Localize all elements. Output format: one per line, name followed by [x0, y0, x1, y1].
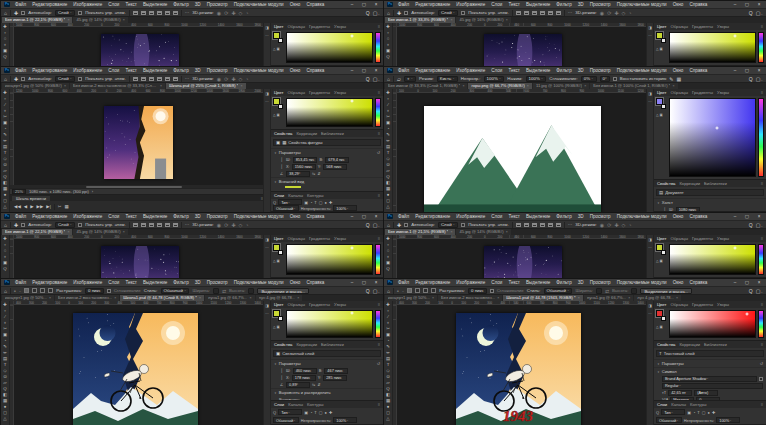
hue-slider[interactable] [375, 98, 381, 127]
move-tool-icon[interactable]: ✚ [14, 76, 18, 82]
ruler-tick-label[interactable]: 400 [451, 23, 456, 26]
reset-icon[interactable]: ↺ [377, 150, 380, 155]
align-icon[interactable] [524, 11, 529, 15]
ruler-tick-label[interactable]: 700 [157, 301, 162, 304]
mode3d-icon[interactable]: ◉ [217, 76, 221, 82]
color-panel-tab[interactable]: Цвет [274, 24, 283, 29]
menu-Выделение[interactable]: Выделение [525, 68, 551, 73]
reset-icon[interactable]: ↺ [377, 361, 380, 366]
workspace-switcher-icon[interactable]: ▢⌄ [756, 10, 763, 16]
color-panel-tab[interactable]: Узоры [717, 236, 729, 241]
background-color-swatch[interactable] [661, 250, 666, 255]
comments-icon[interactable]: … [648, 33, 652, 37]
menu-Файл[interactable]: Файл [397, 280, 410, 285]
color-panel[interactable]: ЦветОбразцыГрадиентыУзоры≡△▣ [271, 23, 383, 66]
ruler-tick-label[interactable]: 900 [579, 89, 584, 92]
feather-label[interactable]: Растушевка: [56, 288, 82, 293]
height-label[interactable]: Высота: [612, 288, 628, 293]
layer-type-label[interactable]: Свойства фигуры [288, 140, 322, 145]
chevron-down-icon[interactable]: ⌄ [679, 383, 682, 388]
close-button[interactable]: × [372, 280, 380, 285]
ruler-tick-label[interactable]: 600 [148, 235, 153, 238]
home-icon[interactable]: ⌂ [387, 222, 390, 228]
comments-icon[interactable]: … [648, 99, 652, 103]
saturation-brightness-field[interactable] [286, 310, 373, 338]
ruler-tick-label[interactable]: 400 [514, 23, 519, 26]
menu-Окно[interactable]: Окно [289, 214, 302, 219]
feather-field[interactable]: 0 пикс [468, 288, 487, 294]
layer-filter-kind-icon[interactable]: ▢ [319, 410, 323, 415]
ruler-tick-label[interactable]: 700 [540, 301, 545, 304]
width-label[interactable]: Ширина: [575, 288, 592, 293]
mode3d-icon[interactable]: ✚ [231, 222, 235, 228]
ruler-tick-label[interactable]: 1800 [637, 235, 643, 238]
menu-Фильтр[interactable]: Фильтр [172, 68, 189, 73]
layer-filter-kind-icon[interactable]: ▢ [702, 410, 706, 415]
ruler-tick-label[interactable]: 1000 [579, 301, 585, 304]
more-options-icon[interactable]: ··· [185, 222, 189, 227]
chevron-down-icon[interactable]: ⌄ [499, 76, 502, 81]
mode3d-label[interactable]: 3D-режим: [575, 222, 597, 227]
chevron-down-icon[interactable]: ⌄ [70, 10, 73, 15]
value-field[interactable]: 467 пикс [324, 368, 348, 374]
menu-Текст[interactable]: Текст [124, 280, 138, 285]
collapse-panels-icon[interactable]: ◨ [265, 25, 269, 30]
menu-Справка[interactable]: Справка [688, 2, 708, 7]
layer-type-icon[interactable]: ▣ [276, 351, 280, 356]
add-selection-button[interactable] [415, 288, 420, 293]
align-icon[interactable] [540, 223, 545, 227]
autoselect-label[interactable]: Автовыбор: [411, 10, 435, 15]
menu-Просмотр[interactable]: Просмотр [206, 214, 229, 219]
color-panel[interactable]: ЦветОбразцыГрадиентыУзоры≡△▣ [271, 235, 383, 278]
swap-dimensions-icon[interactable]: ⇄ [222, 288, 226, 294]
menu-Изображение[interactable]: Изображение [72, 2, 103, 7]
align-icon[interactable] [532, 11, 537, 15]
menu-Выделение[interactable]: Выделение [142, 280, 168, 285]
panel-menu-icon[interactable]: ≡ [761, 236, 763, 241]
properties-panel[interactable]: СвойстваКоррекцииБиблиотеки≡▣▦Свойства ф… [271, 130, 383, 192]
timeline-tool-icon[interactable]: ✂ [58, 204, 62, 209]
ruler-tick-label[interactable]: 1300 [623, 301, 629, 304]
menu-Изображение[interactable]: Изображение [455, 280, 486, 285]
ruler-tick-label[interactable]: 1400 [254, 301, 260, 304]
reset-icon[interactable]: ↺ [760, 361, 763, 366]
collapse-panels-icon[interactable]: ◨ [648, 237, 652, 242]
ruler-tick-label[interactable]: 0 [101, 23, 103, 26]
menu-bar[interactable]: PsФайлРедактированиеИзображениеСлоиТекст… [384, 279, 766, 286]
restore-button[interactable]: ▢ [360, 214, 368, 219]
layer-type-icon[interactable]: ▣ [276, 140, 280, 145]
search-icon[interactable]: Q [366, 10, 370, 16]
gamut-warning-icon[interactable]: △ [273, 47, 276, 51]
link-icon[interactable]: ⎮ [279, 157, 284, 162]
ruler-tick-label[interactable]: 1600 [619, 235, 625, 238]
home-icon[interactable]: ⌂ [387, 76, 390, 82]
search-icon[interactable]: Q [749, 222, 753, 228]
panel-collapse-strip[interactable]: ◨… [646, 301, 653, 425]
height-field[interactable] [248, 288, 254, 294]
layers-panel-tabs[interactable]: СлоиКаналыКонтуры≡ [654, 401, 766, 408]
ruler-tick-label[interactable]: 1000 [399, 23, 405, 26]
intersect-selection-button[interactable] [48, 288, 53, 293]
menu-Фильтр[interactable]: Фильтр [555, 68, 572, 73]
workspace-switcher-icon[interactable]: ▢⌄ [756, 288, 763, 294]
playback-control-icon[interactable]: ▶▶ [37, 204, 44, 209]
saturation-brightness-field[interactable] [286, 244, 373, 275]
web-safe-icon[interactable]: ▣ [660, 259, 663, 263]
section-caret-icon[interactable]: ▼ [657, 201, 660, 205]
properties-panel-tabs[interactable]: СвойстваКоррекцииБиблиотеки≡ [271, 130, 383, 137]
height-label[interactable]: Высота: [229, 288, 245, 293]
photoshop-window-bl-top[interactable]: PsФайлРедактированиеИзображениеСлоиТекст… [0, 212, 383, 278]
search-icon[interactable]: Q [366, 76, 370, 82]
color-panel-tab[interactable]: Градиенты [309, 90, 330, 95]
color-panel[interactable]: ЦветОбразцыГрадиентыУзоры≡△▣ [271, 301, 383, 341]
color-panel[interactable]: ЦветОбразцыГрадиентыУзоры≡△▣ [654, 235, 766, 278]
mode3d-icon[interactable]: ⟳ [224, 222, 228, 228]
ruler-tick-label[interactable]: 800 [34, 23, 39, 26]
ruler-tick-label[interactable]: 100 [55, 301, 60, 304]
move-tool-icon[interactable]: ✚ [397, 10, 401, 16]
menu-Выделение[interactable]: Выделение [525, 214, 551, 219]
chevron-down-icon[interactable]: ⌄ [671, 410, 674, 415]
tool-icon[interactable]: Q [386, 266, 389, 272]
home-icon[interactable]: ⌂ [387, 10, 390, 16]
autoselect-target-select[interactable]: Слой⌄ [55, 10, 75, 16]
